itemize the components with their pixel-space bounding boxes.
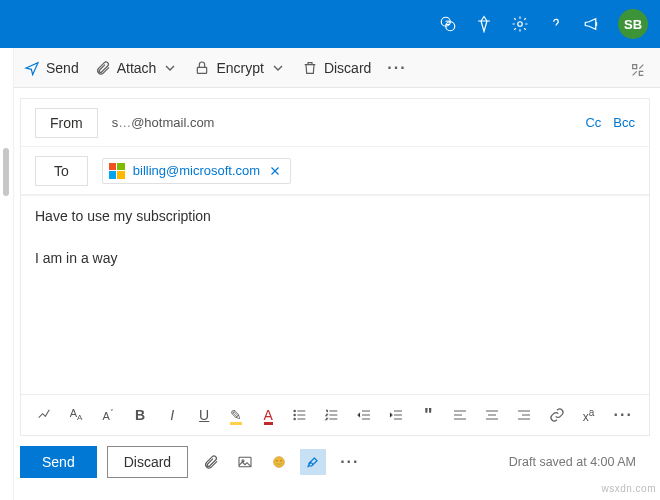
- remove-recipient-icon[interactable]: [268, 164, 282, 178]
- font-size-button[interactable]: A˅: [95, 401, 121, 429]
- to-button[interactable]: To: [35, 156, 88, 186]
- insert-image-icon[interactable]: [232, 449, 258, 475]
- svg-rect-3: [198, 67, 207, 73]
- send-button[interactable]: Send: [20, 446, 97, 478]
- format-painter-icon[interactable]: [31, 401, 57, 429]
- encrypt-label: Encrypt: [216, 60, 263, 76]
- more-format-button[interactable]: ···: [608, 406, 639, 424]
- indent-increase-icon[interactable]: [383, 401, 409, 429]
- expand-pane-icon[interactable]: [630, 62, 646, 78]
- skype-icon[interactable]: [432, 8, 464, 40]
- svg-point-2: [518, 22, 523, 27]
- clear-format-icon[interactable]: xa: [576, 401, 602, 429]
- command-bar: Send Attach Encrypt Discard ···: [0, 48, 660, 88]
- compose-card: From s…@hotmail.com Cc Bcc To billing@mi…: [20, 98, 650, 436]
- svg-point-4: [294, 410, 295, 411]
- svg-point-9: [274, 457, 285, 468]
- to-row[interactable]: To billing@microsoft.com: [21, 147, 649, 195]
- header-actions: SB: [432, 8, 648, 40]
- from-row: From s…@hotmail.com Cc Bcc: [21, 99, 649, 147]
- microsoft-icon: [109, 163, 125, 179]
- send-command[interactable]: Send: [18, 56, 85, 80]
- discard-label: Discard: [324, 60, 371, 76]
- settings-icon[interactable]: [504, 8, 536, 40]
- send-label: Send: [46, 60, 79, 76]
- align-left-icon[interactable]: [447, 401, 473, 429]
- avatar[interactable]: SB: [618, 9, 648, 39]
- help-icon[interactable]: [540, 8, 572, 40]
- svg-point-6: [294, 418, 295, 419]
- footer-icons: ···: [198, 449, 365, 475]
- body-text: I am in a way: [35, 250, 117, 266]
- format-toolbar: AA A˅ B I U ✎ A " xa ···: [21, 394, 649, 435]
- from-button[interactable]: From: [35, 108, 98, 138]
- bulleted-list-icon[interactable]: [287, 401, 313, 429]
- recipient-chip[interactable]: billing@microsoft.com: [102, 158, 291, 184]
- link-icon[interactable]: [544, 401, 570, 429]
- underline-button[interactable]: U: [191, 401, 217, 429]
- indent-decrease-icon[interactable]: [351, 401, 377, 429]
- watermark: wsxdn.com: [601, 483, 656, 494]
- svg-point-10: [277, 460, 278, 461]
- attach-command[interactable]: Attach: [89, 56, 185, 80]
- bcc-button[interactable]: Bcc: [613, 115, 635, 130]
- font-face-button[interactable]: AA: [63, 401, 89, 429]
- subject-input[interactable]: Have to use my subscription: [21, 195, 649, 236]
- draft-status: Draft saved at 4:00 AM: [509, 455, 636, 469]
- chevron-down-icon: [270, 60, 286, 76]
- numbered-list-icon[interactable]: [319, 401, 345, 429]
- discard-button[interactable]: Discard: [107, 446, 188, 478]
- compose-footer: Send Discard ··· Draft saved at 4:00 AM: [20, 436, 650, 490]
- premium-icon[interactable]: [468, 8, 500, 40]
- more-footer-button[interactable]: ···: [334, 453, 365, 471]
- encrypt-command[interactable]: Encrypt: [188, 56, 291, 80]
- svg-point-11: [281, 460, 282, 461]
- attach-label: Attach: [117, 60, 157, 76]
- compose-area: From s…@hotmail.com Cc Bcc To billing@mi…: [0, 88, 660, 490]
- italic-button[interactable]: I: [159, 401, 185, 429]
- align-center-icon[interactable]: [479, 401, 505, 429]
- app-header: SB: [0, 0, 660, 48]
- quote-button[interactable]: ": [415, 401, 441, 429]
- align-right-icon[interactable]: [511, 401, 537, 429]
- cc-button[interactable]: Cc: [585, 115, 601, 130]
- from-address: s…@hotmail.com: [112, 115, 215, 130]
- emoji-icon[interactable]: [266, 449, 292, 475]
- cc-bcc-group: Cc Bcc: [585, 115, 635, 130]
- more-command[interactable]: ···: [381, 59, 412, 77]
- highlight-button[interactable]: ✎: [223, 401, 249, 429]
- announce-icon[interactable]: [576, 8, 608, 40]
- message-body[interactable]: I am in a way: [21, 236, 649, 394]
- discard-command[interactable]: Discard: [296, 56, 377, 80]
- signature-icon[interactable]: [300, 449, 326, 475]
- chevron-down-icon: [162, 60, 178, 76]
- font-color-button[interactable]: A: [255, 401, 281, 429]
- recipient-email: billing@microsoft.com: [133, 163, 260, 178]
- attach-footer-icon[interactable]: [198, 449, 224, 475]
- bold-button[interactable]: B: [127, 401, 153, 429]
- svg-point-5: [294, 414, 295, 415]
